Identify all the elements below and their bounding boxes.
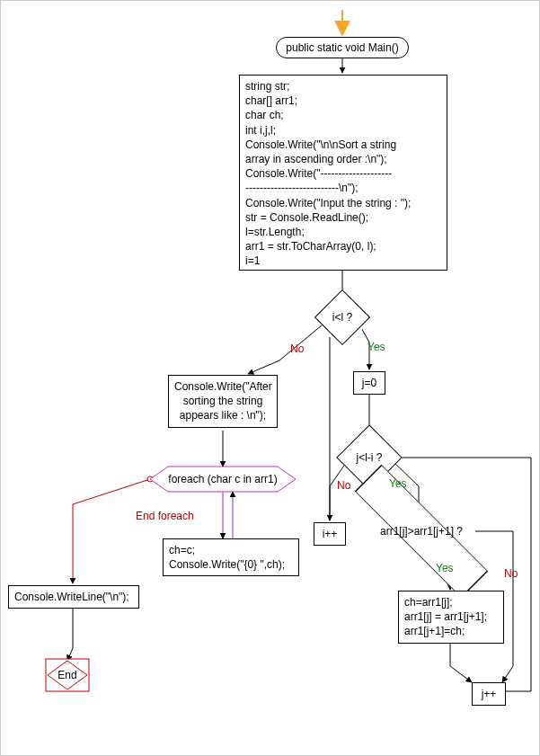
decision-j-label: j<l-i ? xyxy=(356,451,382,464)
decision-compare-label: arr1[j]>arr1[j+1] ? xyxy=(380,525,463,538)
flowchart-canvas: public static void Main() string str; ch… xyxy=(0,0,540,756)
label-no-3: No xyxy=(504,567,518,580)
label-end-foreach: End foreach xyxy=(136,510,194,522)
swap-process: ch=arr1[j]; arr1[j] = arr1[j+1]; arr1[j+… xyxy=(398,591,504,644)
label-yes-1: Yes xyxy=(367,341,385,353)
foreach-label: foreach (char c in arr1) xyxy=(168,473,277,485)
println-process: Console.WriteLine("\n"); xyxy=(8,585,139,609)
print-char-process: ch=c; Console.Write("{0} ",ch); xyxy=(163,538,299,576)
end-terminator: End xyxy=(46,659,89,691)
j-increment: j++ xyxy=(472,682,506,706)
label-yes-3: Yes xyxy=(436,562,454,574)
decision-compare: arr1[j]>arr1[j+1] ? xyxy=(367,504,475,558)
end-label: End xyxy=(58,669,76,681)
label-no-2: No xyxy=(337,479,350,492)
decision-i-lt-l: i<l ? xyxy=(323,298,362,337)
j-zero-process: j=0 xyxy=(353,371,385,395)
after-sort-process: Console.Write("After sorting the string … xyxy=(168,375,278,428)
label-no-1: No xyxy=(290,342,304,355)
label-yes-2: Yes xyxy=(389,477,407,490)
main-terminator: public static void Main() xyxy=(276,37,409,58)
i-increment: i++ xyxy=(314,522,346,546)
init-process: string str; char[] arr1; char ch; int i,… xyxy=(239,75,447,271)
decision-i-label: i<l ? xyxy=(332,311,352,324)
foreach-loop: foreach (char c in arr1) xyxy=(150,467,296,492)
